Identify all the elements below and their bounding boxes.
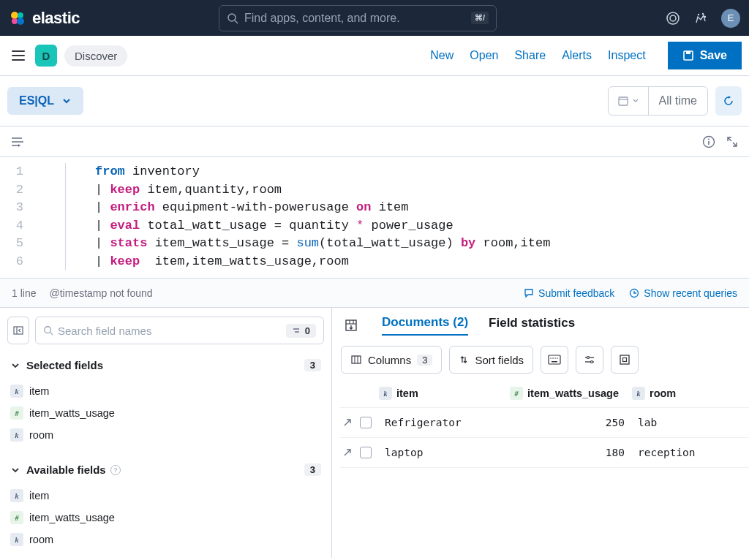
search-shortcut-badge: ⌘/: [471, 12, 489, 24]
svg-point-34: [552, 357, 554, 359]
line-count: 1 line: [12, 287, 36, 299]
save-icon: [682, 50, 694, 61]
help-icon[interactable]: ?: [110, 465, 121, 475]
brand-logo[interactable]: elastic: [9, 9, 80, 28]
table-row[interactable]: laptop 180 reception: [339, 438, 749, 468]
fullscreen-button[interactable]: [611, 346, 639, 374]
save-label: Save: [700, 49, 727, 62]
save-button[interactable]: Save: [668, 42, 742, 69]
sort-fields-button[interactable]: Sort fields: [449, 346, 533, 374]
fields-search-input[interactable]: Search field names 0: [35, 317, 324, 344]
svg-rect-42: [620, 355, 629, 364]
alerts-button[interactable]: Alerts: [562, 49, 592, 62]
code-content: from inventory | keep item,quantity,room…: [95, 163, 550, 270]
nav-toggle-button[interactable]: [12, 50, 25, 61]
svg-rect-12: [686, 51, 690, 54]
svg-point-10: [704, 15, 706, 17]
table-header: kitem #item_watts_usage kroom: [339, 382, 749, 408]
svg-point-39: [587, 357, 590, 359]
available-fields-header[interactable]: Available fields ? 3: [7, 459, 324, 480]
table-row[interactable]: Refrigerator 250 lab: [339, 408, 749, 438]
time-label: All time: [649, 94, 707, 107]
svg-line-5: [235, 20, 238, 23]
download-grid-icon: [344, 318, 358, 333]
svg-point-36: [557, 357, 558, 359]
wrap-lines-icon[interactable]: [10, 135, 25, 148]
row-checkbox[interactable]: [360, 417, 372, 428]
chevron-down-icon: [632, 97, 639, 105]
field-item[interactable]: #item_watts_usage: [7, 507, 324, 529]
keyboard-icon: [548, 355, 561, 365]
editor-toolbar: [0, 126, 749, 157]
query-bar: ES|QL All time: [0, 76, 749, 126]
language-switcher[interactable]: ES|QL: [7, 87, 83, 115]
panel-collapse-icon: [12, 325, 24, 336]
svg-rect-29: [352, 356, 361, 363]
field-statistics-tab[interactable]: Field statistics: [489, 316, 575, 335]
row-checkbox[interactable]: [360, 447, 372, 458]
svg-point-6: [667, 12, 679, 24]
svg-point-8: [698, 13, 699, 15]
share-button[interactable]: Share: [514, 49, 546, 62]
collapse-sidebar-button[interactable]: [7, 317, 29, 344]
display-options-button[interactable]: [576, 346, 603, 374]
svg-point-35: [554, 357, 556, 359]
app-badge[interactable]: D: [35, 45, 57, 67]
expand-row-icon[interactable]: [342, 447, 353, 458]
refresh-icon: [723, 95, 734, 107]
calendar-icon: [617, 95, 629, 107]
newsfeed-icon[interactable]: [693, 11, 708, 26]
brand-name: elastic: [32, 9, 80, 28]
field-item[interactable]: kroom: [7, 424, 324, 446]
columns-button[interactable]: Columns 3: [341, 346, 442, 374]
field-item[interactable]: kitem: [7, 485, 324, 507]
field-item[interactable]: #item_watts_usage: [7, 402, 324, 424]
svg-point-0: [11, 12, 18, 19]
svg-rect-37: [552, 361, 557, 363]
svg-point-21: [45, 327, 51, 333]
expand-row-icon[interactable]: [342, 417, 353, 428]
user-avatar[interactable]: E: [721, 9, 740, 28]
fullscreen-icon: [619, 354, 631, 366]
inspect-button[interactable]: Inspect: [608, 49, 646, 62]
time-picker[interactable]: All time: [608, 86, 708, 116]
field-item[interactable]: kitem: [7, 380, 324, 402]
svg-line-22: [50, 333, 53, 336]
fields-sidebar: Search field names 0 Selected fields 3 k…: [0, 308, 332, 558]
submit-feedback-link[interactable]: Submit feedback: [524, 287, 614, 299]
search-icon: [43, 325, 53, 336]
help-icon[interactable]: [666, 11, 680, 26]
sliders-icon: [584, 354, 595, 366]
svg-rect-32: [549, 355, 560, 364]
collapse-icon[interactable]: [726, 135, 739, 148]
toolbar-actions: New Open Share Alerts Inspect Save: [430, 42, 742, 69]
svg-point-3: [17, 18, 24, 25]
selected-fields-header[interactable]: Selected fields 3: [7, 355, 324, 376]
recent-queries-link[interactable]: Show recent queries: [629, 287, 737, 299]
documents-tab[interactable]: Documents (2): [382, 315, 468, 336]
search-icon: [227, 12, 238, 24]
refresh-button[interactable]: [715, 86, 742, 116]
info-icon[interactable]: [702, 135, 715, 148]
density-button[interactable]: [541, 346, 568, 374]
svg-point-41: [591, 361, 593, 363]
new-button[interactable]: New: [430, 49, 453, 62]
svg-point-7: [670, 15, 676, 21]
svg-point-9: [702, 12, 704, 14]
comment-icon: [524, 288, 534, 298]
field-item[interactable]: kroom: [7, 529, 324, 550]
editor-status-bar: 1 line @timestamp not found Submit feedb…: [0, 279, 749, 308]
timestamp-status: @timestamp not found: [49, 287, 152, 299]
filter-icon: [292, 326, 301, 335]
open-button[interactable]: Open: [470, 49, 498, 62]
svg-point-33: [550, 357, 552, 359]
line-gutter: 123456: [0, 163, 29, 270]
header-right-icons: E: [666, 9, 740, 28]
query-editor[interactable]: 123456 from inventory | keep item,quanti…: [0, 157, 749, 279]
global-search-input[interactable]: Find apps, content, and more. ⌘/: [219, 5, 497, 31]
breadcrumb[interactable]: Discover: [64, 45, 127, 67]
sort-icon: [459, 355, 469, 365]
download-csv-button[interactable]: [341, 315, 361, 336]
selected-count-badge: 3: [304, 359, 321, 371]
app-toolbar: D Discover New Open Share Alerts Inspect…: [0, 36, 749, 76]
